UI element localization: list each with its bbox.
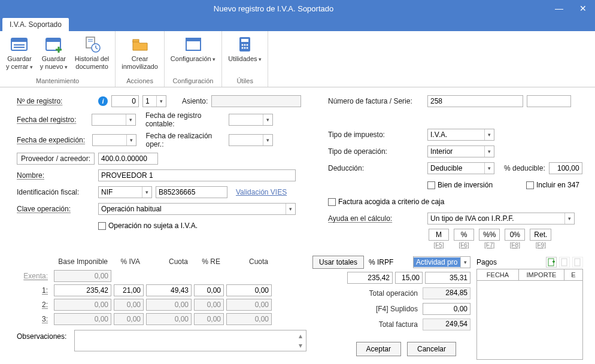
tipo-oper-label: Tipo de operación: — [328, 147, 424, 156]
line3-cuota[interactable] — [146, 313, 192, 325]
id-fiscal-label: Identificación fiscal: — [17, 188, 95, 196]
save-close-icon — [10, 35, 29, 54]
ribbon-utilidades[interactable]: Utilidades — [226, 34, 264, 76]
fecha-exp-label: Fecha de expedición: — [17, 136, 89, 144]
irpf-base-input[interactable] — [347, 272, 393, 284]
aceptar-button[interactable]: Aceptar — [356, 342, 401, 356]
line3-iva[interactable] — [114, 313, 144, 325]
num-factura-input[interactable] — [427, 95, 523, 107]
suplidos-input[interactable] — [423, 303, 470, 315]
svg-rect-1 — [11, 38, 27, 42]
serie-input[interactable] — [527, 95, 571, 107]
irpf-label: % IRPF — [369, 258, 393, 266]
pct-deducible-input[interactable] — [549, 162, 582, 174]
nombre-input[interactable] — [98, 169, 296, 181]
ayuda-calculo-label: Ayuda en el cálculo: — [328, 214, 424, 223]
incluir-347-checkbox[interactable]: Incluir en 347 — [526, 181, 579, 189]
save-new-icon — [44, 35, 63, 54]
n-registro-a-input[interactable] — [111, 95, 139, 107]
ribbon-guardar-nuevo[interactable]: Guardary nuevo — [38, 34, 70, 76]
window-title: Nuevo registro de I.V.A. Soportado — [0, 4, 547, 13]
op-no-sujeta-checkbox[interactable]: Operación no sujeta a I.V.A. — [98, 222, 198, 230]
total-factura-label: Total factura — [340, 320, 418, 329]
pago-add-icon[interactable] — [546, 257, 557, 268]
calc-zero-button[interactable]: 0% — [505, 229, 525, 241]
bien-inversion-checkbox[interactable]: Bien de inversión — [427, 181, 493, 189]
clave-op-select[interactable]: Operación habitual▾ — [98, 203, 296, 215]
tipo-oper-select[interactable]: Interior▾ — [427, 145, 494, 157]
line1-iva[interactable] — [114, 284, 144, 296]
form-area: Nº de registro: i 1▾ Asiento: Fecha del … — [0, 87, 595, 253]
line1-cuota[interactable] — [146, 284, 192, 296]
line2-iva[interactable] — [114, 299, 144, 311]
svg-rect-2 — [14, 44, 25, 46]
n-registro-b-select[interactable]: 1▾ — [142, 95, 166, 107]
actividad-select[interactable]: Actividad pro▾ — [413, 256, 470, 268]
ribbon-historial[interactable]: Historial deldocumento — [72, 34, 111, 76]
minimize-button[interactable]: — — [547, 0, 571, 17]
tipo-impuesto-select[interactable]: I.V.A.▾ — [427, 129, 494, 141]
totals-column: Usar totales % IRPF Actividad pro▾ Total… — [312, 256, 470, 360]
fecha-registro-input[interactable]: ▾ — [92, 114, 136, 126]
tab-iva-soportado[interactable]: I.V.A. Soportado — [2, 18, 69, 31]
irpf-pct-input[interactable] — [395, 272, 423, 284]
calc-dpct-button[interactable]: %% — [479, 229, 500, 241]
deduccion-select[interactable]: Deducible▾ — [427, 162, 494, 174]
validacion-vies-link[interactable]: Validación VIES — [236, 188, 287, 196]
line2-re[interactable] — [194, 299, 224, 311]
line-row-1: 1: — [17, 284, 306, 296]
lines-grid: Base Imponible % IVA Cuota % RE Cuota Ex… — [17, 256, 306, 360]
line3-base[interactable] — [54, 313, 111, 325]
usar-totales-button[interactable]: Usar totales — [312, 256, 364, 269]
pago-delete-icon[interactable] — [572, 257, 583, 268]
info-icon[interactable]: i — [98, 96, 108, 106]
svg-rect-18 — [241, 39, 248, 42]
deduccion-label: Deducción: — [328, 164, 424, 172]
line3-re[interactable] — [194, 313, 224, 325]
line2-cuota[interactable] — [146, 299, 192, 311]
pago-edit-icon[interactable] — [559, 257, 570, 268]
close-button[interactable]: ✕ — [571, 0, 595, 17]
pagos-table[interactable]: FECHA IMPORTE E — [476, 269, 583, 360]
fecha-reg-cont-label: Fecha de registro contable: — [145, 111, 225, 128]
factura-caja-checkbox[interactable]: Factura acogida a criterio de caja — [328, 198, 444, 206]
line1-cuota2[interactable] — [226, 284, 272, 296]
tab-strip: I.V.A. Soportado — [0, 17, 595, 31]
fecha-exp-input[interactable]: ▾ — [92, 134, 136, 146]
id-fiscal-num-input[interactable] — [156, 186, 227, 198]
line1-base[interactable] — [54, 284, 111, 296]
total-operacion-value: 284,85 — [423, 287, 470, 299]
svg-point-23 — [244, 47, 246, 49]
pagos-panel: Pagos FECHA IMPORTE E — [476, 256, 583, 360]
ribbon-crear-inmovilizado[interactable]: Crearinmovilizado — [119, 34, 160, 76]
line1-re[interactable] — [194, 284, 224, 296]
num-factura-label: Número de factura / Serie: — [328, 97, 424, 105]
fecha-reg-cont-input[interactable]: ▾ — [229, 114, 273, 126]
line-row-2: 2: — [17, 299, 306, 311]
line2-base[interactable] — [54, 299, 111, 311]
form-right-column: Número de factura / Serie: Tipo de impue… — [328, 95, 583, 248]
observaciones-label: Observaciones: — [17, 330, 71, 341]
id-fiscal-tipo-select[interactable]: NIF▾ — [98, 186, 152, 198]
calc-m-button[interactable]: M — [429, 229, 449, 241]
window-buttons: — ✕ — [547, 0, 595, 17]
proveedor-label[interactable]: Proveedor / acreedor: — [17, 153, 95, 165]
svg-point-22 — [242, 47, 244, 49]
calc-ret-button[interactable]: Ret. — [530, 229, 551, 241]
window-icon — [184, 35, 203, 54]
ribbon-guardar-cerrar[interactable]: Guardary cerrar — [4, 34, 35, 76]
irpf-cuota-input[interactable] — [425, 272, 470, 284]
calc-pct-button[interactable]: % — [454, 229, 474, 241]
ribbon-group-mantenimiento: Guardary cerrar Guardary nuevo Historial… — [0, 31, 116, 87]
ribbon: Guardary cerrar Guardary nuevo Historial… — [0, 31, 595, 87]
observaciones-input[interactable]: ▴▾ — [74, 330, 306, 351]
line2-cuota2[interactable] — [226, 299, 272, 311]
proveedor-input[interactable] — [98, 153, 158, 165]
line-row-3: 3: — [17, 313, 306, 325]
fecha-real-input[interactable]: ▾ — [229, 134, 273, 146]
svg-point-20 — [244, 44, 246, 46]
cancelar-button[interactable]: Cancelar — [407, 342, 456, 356]
ribbon-configuracion[interactable]: Configuración — [168, 34, 218, 76]
ayuda-calculo-select[interactable]: Un tipo de IVA con I.R.P.F.▾ — [427, 213, 575, 225]
line3-cuota2[interactable] — [226, 313, 272, 325]
